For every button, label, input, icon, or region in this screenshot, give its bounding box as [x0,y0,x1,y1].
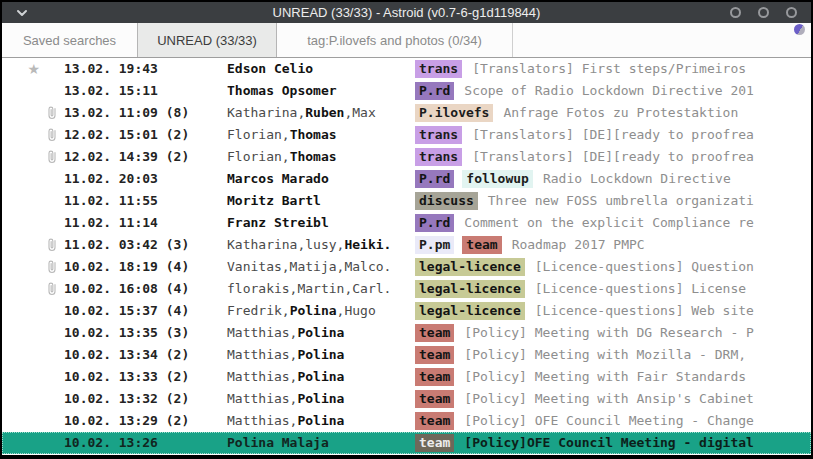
email-authors: Moritz Bartl [227,190,415,212]
maximize-button[interactable] [758,7,769,18]
author-name: Matthias, [227,369,297,384]
email-date: 11.02. 20:03 [64,168,227,190]
tab-saved-searches[interactable]: Saved searches [2,23,137,57]
tag-badge[interactable]: legal-licence [415,258,525,276]
email-subject: Anfrage Fotos zu Protestaktion [503,105,738,120]
email-authors: Fredrik,Polina,Hugo [227,300,415,322]
email-subject: Comment on the explicit Compliance re [464,215,754,230]
email-date: 11.02. 03:42 (3) [64,234,227,256]
chevron-down-icon[interactable] [16,9,28,17]
email-row[interactable]: 12.02. 15:01 (2) Florian,Thomas trans[Tr… [2,124,811,146]
author-name: Fredrik, [227,303,290,318]
paperclip-icon [40,278,64,300]
email-row[interactable]: 10.02. 13:26 Polina Malaja team[Policy]O… [2,432,811,454]
email-date: 10.02. 13:26 [64,432,227,454]
tag-badge[interactable]: team [415,434,454,452]
email-row[interactable]: 10.02. 13:32 (2) Matthias,Polina team[Po… [2,388,811,410]
paperclip-icon [40,256,64,278]
tag-badge[interactable]: P.pm [415,236,454,254]
email-authors: Franz Streibl [227,212,415,234]
email-tags-subject: P.ilovefsAnfrage Fotos zu Protestaktion [415,102,811,124]
email-subject: [Policy] Meeting with Mozilla - DRM, [464,347,746,362]
email-subject: [Licence-questions] Question [535,259,754,274]
tag-badge[interactable]: team [462,236,501,254]
author-name: Thomas [290,127,337,142]
tag-badge[interactable]: team [415,346,454,364]
email-date: 10.02. 16:08 (4) [64,278,227,300]
tag-badge[interactable]: team [415,324,454,342]
tag-badge[interactable]: P.rd [415,214,454,232]
email-row[interactable]: 10.02. 13:35 (3) Matthias,Polina team[Po… [2,322,811,344]
email-row[interactable]: 11.02. 20:03 Marcos Marado P.rdfollowupR… [2,168,811,190]
tag-badge[interactable]: P.rd [415,170,454,188]
minimize-button[interactable] [730,7,741,18]
tag-badge[interactable]: team [415,390,454,408]
author-name: Polina [297,325,344,340]
tag-badge[interactable]: followup [462,170,533,188]
author-name: Polina [297,413,344,428]
author-name: Florian, [227,149,290,164]
email-row[interactable]: 11.02. 11:14 Franz Streibl P.rdComment o… [2,212,811,234]
email-subject: [Policy] Meeting with DG Research - P [464,325,754,340]
email-row[interactable]: 10.02. 13:34 (2) Matthias,Polina team[Po… [2,344,811,366]
tag-badge[interactable]: P.ilovefs [415,104,493,122]
close-button[interactable] [786,7,797,18]
email-row[interactable]: 10.02. 13:33 (2) Matthias,Polina team[Po… [2,366,811,388]
email-subject: [Policy]OFE Council Meeting - digital [464,435,754,450]
author-name: Katharina, [227,105,305,120]
email-tags-subject: trans[Translators] [DE][ready to proofre… [415,146,811,168]
email-tags-subject: trans[Translators] [DE][ready to proofre… [415,124,811,146]
email-row[interactable]: ★ 13.02. 19:43 Edson Celio trans[Transla… [2,58,811,80]
email-tags-subject: trans[Translators] First steps/Primeiros [415,58,811,80]
email-date: 12.02. 15:01 (2) [64,124,227,146]
email-row[interactable]: 13.02. 11:09 (8) Katharina,Ruben,Max P.i… [2,102,811,124]
paperclip-icon [40,234,64,256]
email-subject: [Policy] OFE Council Meeting - Change [464,413,754,428]
tag-badge[interactable]: team [415,368,454,386]
email-row[interactable]: 10.02. 16:08 (4) florakis,Martin,Carl. l… [2,278,811,300]
email-row[interactable]: 10.02. 15:37 (4) Fredrik,Polina,Hugo leg… [2,300,811,322]
email-authors: Matthias,Polina [227,322,415,344]
tab-unread[interactable]: UNREAD (33/33) [137,23,277,57]
author-name: Matthias, [227,391,297,406]
author-name: Polina [290,303,337,318]
email-authors: Florian,Thomas [227,124,415,146]
email-row[interactable]: 11.02. 03:42 (3) Katharina,lusy,Heiki. P… [2,234,811,256]
email-subject: Roadmap 2017 PMPC [512,237,645,252]
email-subject: [Licence-questions] Web site [535,303,754,318]
tab-bar: Saved searches UNREAD (33/33) tag:P.ilov… [2,23,811,58]
email-authors: Edson Celio [227,58,415,80]
author-name: ,Hugo [337,303,376,318]
window-title: UNREAD (33/33) - Astroid (v0.7-6-g1d1198… [2,5,811,20]
email-subject: [Licence-questions] License [535,281,746,296]
tag-badge[interactable]: trans [415,126,462,144]
email-authors: Matthias,Polina [227,344,415,366]
email-tags-subject: team[Policy] Meeting with Mozilla - DRM, [415,344,811,366]
author-name: Matthias, [227,413,297,428]
email-tags-subject: P.rdfollowupRadio Lockdown Directive [415,168,811,190]
email-authors: Katharina,Ruben,Max [227,102,415,124]
email-date: 13.02. 19:43 [64,58,227,80]
email-authors: Matthias,Polina [227,410,415,432]
tag-badge[interactable]: trans [415,148,462,166]
email-subject: [Translators] [DE][ready to proofrea [472,127,754,142]
email-row[interactable]: 13.02. 15:11 Thomas Opsomer P.rdScope of… [2,80,811,102]
tag-badge[interactable]: legal-licence [415,302,525,320]
tab-ilovefs-photos[interactable]: tag:P.ilovefs and photos (0/34) [277,23,513,57]
tag-badge[interactable]: trans [415,60,462,78]
email-row[interactable]: 10.02. 13:29 (2) Matthias,Polina team[Po… [2,410,811,432]
email-tags-subject: P.rdComment on the explicit Compliance r… [415,212,811,234]
email-tags-subject: team[Policy]OFE Council Meeting - digita… [415,432,811,454]
author-name: Franz Streibl [227,215,329,230]
email-row[interactable]: 10.02. 18:19 (4) Vanitas,Matija,Malco. l… [2,256,811,278]
email-subject: [Policy] Meeting with Fair Standards [464,369,746,384]
email-authors: Thomas Opsomer [227,80,415,102]
email-row[interactable]: 11.02. 11:55 Moritz Bartl discussThree n… [2,190,811,212]
tag-badge[interactable]: team [415,412,454,430]
email-tags-subject: discussThree new FOSS umbrella organizat… [415,190,811,212]
tag-badge[interactable]: legal-licence [415,280,525,298]
author-name: Moritz Bartl [227,193,321,208]
tag-badge[interactable]: discuss [415,192,478,210]
tag-badge[interactable]: P.rd [415,82,454,100]
email-row[interactable]: 12.02. 14:39 (2) Florian,Thomas trans[Tr… [2,146,811,168]
